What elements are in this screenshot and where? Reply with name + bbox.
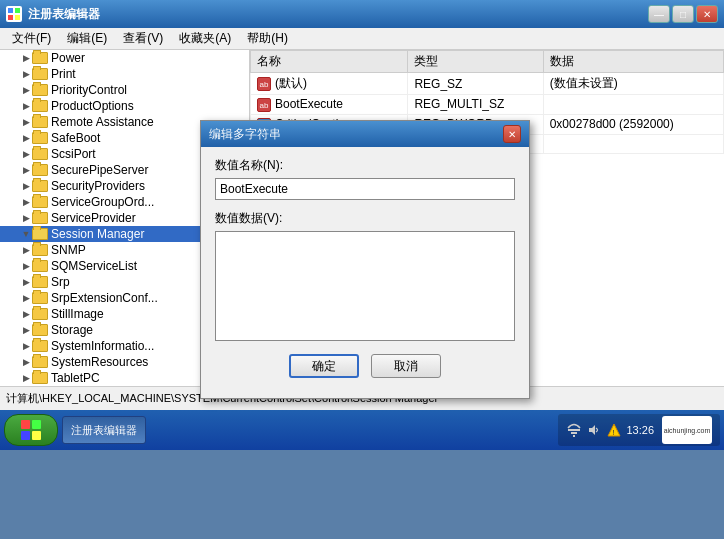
reg-name: (默认) bbox=[275, 76, 307, 90]
reg-sz-icon: ab bbox=[257, 77, 271, 91]
folder-icon bbox=[32, 52, 48, 64]
window-controls: — □ ✕ bbox=[648, 5, 718, 23]
taskbar-regedit-button[interactable]: 注册表编辑器 bbox=[62, 416, 146, 444]
expand-arrow: ▶ bbox=[20, 307, 32, 321]
reg-data: (数值未设置) bbox=[543, 73, 723, 95]
folder-icon bbox=[32, 340, 48, 352]
svg-rect-5 bbox=[32, 420, 41, 429]
dialog-name-input[interactable] bbox=[215, 178, 515, 200]
menu-view[interactable]: 查看(V) bbox=[115, 28, 171, 49]
tree-label: StillImage bbox=[51, 307, 104, 321]
folder-icon bbox=[32, 100, 48, 112]
svg-marker-11 bbox=[589, 425, 595, 435]
tree-label: PriorityControl bbox=[51, 83, 127, 97]
dialog-title-text: 编辑多字符串 bbox=[209, 126, 281, 143]
tray-time: 13:26 bbox=[626, 424, 654, 436]
tree-item-print[interactable]: ▶ Print bbox=[0, 66, 249, 82]
folder-icon bbox=[32, 132, 48, 144]
app-icon bbox=[6, 6, 22, 22]
folder-icon bbox=[32, 228, 48, 240]
svg-rect-0 bbox=[8, 8, 13, 13]
expand-arrow: ▶ bbox=[20, 339, 32, 353]
reg-data: 0x00278d00 (2592000) bbox=[543, 114, 723, 134]
dialog-title-bar: 编辑多字符串 ✕ bbox=[201, 121, 529, 147]
menu-file[interactable]: 文件(F) bbox=[4, 28, 59, 49]
svg-text:!: ! bbox=[613, 428, 615, 437]
tree-label: TabletPC bbox=[51, 371, 100, 385]
volume-icon bbox=[586, 422, 602, 438]
dialog-name-label: 数值名称(N): bbox=[215, 157, 515, 174]
expand-arrow: ▶ bbox=[20, 51, 32, 65]
svg-rect-10 bbox=[573, 435, 575, 437]
reg-data bbox=[543, 134, 723, 154]
dialog-data-textarea[interactable] bbox=[215, 231, 515, 341]
expand-arrow: ▶ bbox=[20, 163, 32, 177]
maximize-button[interactable]: □ bbox=[672, 5, 694, 23]
svg-rect-9 bbox=[571, 432, 577, 434]
tree-label: SystemResources bbox=[51, 355, 148, 369]
dialog-data-label: 数值数据(V): bbox=[215, 210, 515, 227]
reg-type: REG_MULTI_SZ bbox=[408, 95, 543, 115]
folder-icon bbox=[32, 116, 48, 128]
brand-logo: aichunjing.com bbox=[662, 416, 712, 444]
start-button[interactable] bbox=[4, 414, 58, 446]
tree-label: ServiceGroupOrd... bbox=[51, 195, 154, 209]
menu-edit[interactable]: 编辑(E) bbox=[59, 28, 115, 49]
expand-arrow: ▶ bbox=[20, 195, 32, 209]
table-row[interactable]: ab(默认) REG_SZ (数值未设置) bbox=[251, 73, 724, 95]
expand-arrow: ▶ bbox=[20, 323, 32, 337]
tree-item-prioritycontrol[interactable]: ▶ PriorityControl bbox=[0, 82, 249, 98]
tree-label: SrpExtensionConf... bbox=[51, 291, 158, 305]
menu-favorites[interactable]: 收藏夹(A) bbox=[171, 28, 239, 49]
expand-arrow: ▶ bbox=[20, 131, 32, 145]
edit-dialog: 编辑多字符串 ✕ 数值名称(N): 数值数据(V): 确定 取消 bbox=[200, 120, 530, 399]
window-title: 注册表编辑器 bbox=[28, 6, 648, 23]
folder-icon bbox=[32, 260, 48, 272]
dialog-close-button[interactable]: ✕ bbox=[503, 125, 521, 143]
svg-rect-7 bbox=[32, 431, 41, 440]
expand-arrow: ▶ bbox=[20, 355, 32, 369]
tree-label: ProductOptions bbox=[51, 99, 134, 113]
dialog-cancel-button[interactable]: 取消 bbox=[371, 354, 441, 378]
tree-item-productoptions[interactable]: ▶ ProductOptions bbox=[0, 98, 249, 114]
tree-label: SecurityProviders bbox=[51, 179, 145, 193]
tree-label: SafeBoot bbox=[51, 131, 100, 145]
tree-label: Srp bbox=[51, 275, 70, 289]
expand-arrow: ▶ bbox=[20, 67, 32, 81]
menu-help[interactable]: 帮助(H) bbox=[239, 28, 296, 49]
tree-label: SQMServiceList bbox=[51, 259, 137, 273]
expand-arrow: ▶ bbox=[20, 243, 32, 257]
dialog-confirm-button[interactable]: 确定 bbox=[289, 354, 359, 378]
warning-icon: ! bbox=[606, 422, 622, 438]
tree-label: ScsiPort bbox=[51, 147, 96, 161]
col-header-data: 数据 bbox=[543, 51, 723, 73]
table-row[interactable]: abBootExecute REG_MULTI_SZ bbox=[251, 95, 724, 115]
dialog-body: 数值名称(N): 数值数据(V): 确定 取消 bbox=[201, 147, 529, 398]
minimize-button[interactable]: — bbox=[648, 5, 670, 23]
folder-icon bbox=[32, 164, 48, 176]
expand-arrow: ▶ bbox=[20, 275, 32, 289]
taskbar-tray: ! 13:26 aichunjing.com bbox=[558, 414, 720, 446]
tree-label: ServiceProvider bbox=[51, 211, 136, 225]
folder-icon bbox=[32, 84, 48, 96]
folder-icon bbox=[32, 324, 48, 336]
reg-name: BootExecute bbox=[275, 97, 343, 111]
folder-icon bbox=[32, 68, 48, 80]
expand-arrow: ▶ bbox=[20, 115, 32, 129]
reg-type: REG_SZ bbox=[408, 73, 543, 95]
tree-label: Print bbox=[51, 67, 76, 81]
close-button[interactable]: ✕ bbox=[696, 5, 718, 23]
title-bar: 注册表编辑器 — □ ✕ bbox=[0, 0, 724, 28]
dialog-buttons: 确定 取消 bbox=[215, 354, 515, 388]
taskbar: 注册表编辑器 ! 13:26 aichunjing.com bbox=[0, 410, 724, 450]
expand-arrow: ▶ bbox=[20, 291, 32, 305]
expand-arrow: ▶ bbox=[20, 99, 32, 113]
tree-item-power[interactable]: ▶ Power bbox=[0, 50, 249, 66]
tree-label: Remote Assistance bbox=[51, 115, 154, 129]
svg-rect-4 bbox=[21, 420, 30, 429]
svg-rect-1 bbox=[15, 8, 20, 13]
expand-arrow: ▼ bbox=[20, 227, 32, 241]
expand-arrow: ▶ bbox=[20, 371, 32, 385]
folder-icon bbox=[32, 212, 48, 224]
expand-arrow: ▶ bbox=[20, 179, 32, 193]
